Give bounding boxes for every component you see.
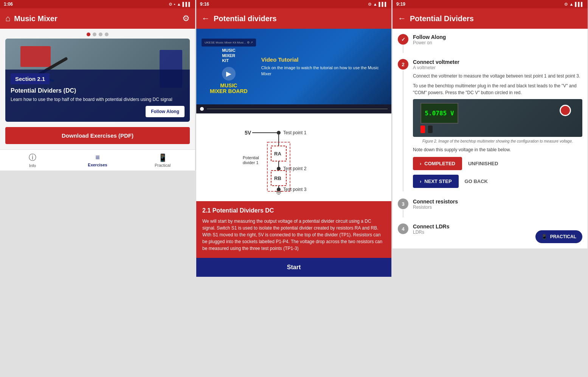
progress-line (207, 109, 388, 109)
potential-divider-label: Potential (243, 155, 259, 160)
status-bar-2: 9:16 ⚙ ▲ ▌▌▌ (196, 0, 391, 8)
step-line-3 (403, 210, 403, 217)
gear-icon: ⚙ (169, 2, 172, 7)
exercises-icon: ≡ (95, 153, 100, 162)
dot-2[interactable] (93, 33, 96, 36)
follow-along-button[interactable]: Follow Along (146, 106, 185, 117)
carousel-dots (0, 29, 195, 39)
step-title-3: Connect resistors (413, 199, 582, 205)
multimeter-circle (560, 105, 571, 116)
unfinished-label[interactable]: UNFINISHED (468, 161, 498, 166)
step-content-3: Connect resistors Resistors (413, 199, 582, 212)
status-icons-1: ⚙ • ▲ ▌▌▌ (169, 2, 191, 7)
section-info-title: 2.1 Potential Dividers DC (202, 207, 385, 214)
chevron-icon-2: › (420, 178, 421, 184)
step-desc-2b: To use the benchtop multimeter plug in t… (413, 82, 582, 96)
app-title-3: Potential Dividers (410, 14, 582, 23)
dot-4[interactable] (105, 33, 109, 36)
nav-item-info[interactable]: ⓘ Info (0, 150, 65, 171)
dot-3[interactable] (99, 33, 102, 36)
dot-icon: • (174, 2, 175, 6)
ra-label: RA (274, 151, 281, 157)
action-buttons-row2: › NEXT STEP GO BACK (413, 175, 582, 188)
svg-point-5 (277, 167, 281, 171)
next-step-label: NEXT STEP (424, 178, 451, 184)
step-circle-3: 3 (398, 199, 408, 209)
video-top-text: UKESE Music Mixer Kit Musi... ⚙ ↗ (205, 41, 253, 44)
video-thumbnail[interactable]: UKESE Music Mixer Kit Musi... ⚙ ↗ MUSICM… (196, 29, 391, 104)
step-title-2: Connect voltmeter (413, 59, 582, 65)
wifi-icon-3: ▲ (569, 2, 574, 6)
practical-button[interactable]: 📱 PRACTICAL (535, 230, 582, 243)
video-right-panel: Video Tutorial Click on the image to wat… (261, 56, 386, 77)
status-icons-2: ⚙ ▲ ▌▌▌ (368, 2, 388, 7)
download-exercises-button[interactable]: Download Exercises (PDF) (5, 127, 190, 144)
step-circle-4: 4 (398, 223, 408, 234)
hero-title: Potential Dividers (DC) (11, 87, 185, 94)
test-point-1-label: Test point 1 (283, 130, 307, 135)
settings-icon[interactable]: ⚙ (182, 14, 190, 23)
info-icon: ⓘ (29, 152, 36, 163)
section-label: Section 2.1 (11, 73, 50, 84)
back-icon-3[interactable]: ← (398, 14, 406, 23)
step-2: 2 Connect voltmeter A voltmeter Connect … (398, 59, 582, 192)
nav-item-practical[interactable]: 📱 Practical (130, 150, 195, 171)
app-bar-1: ⌂ Music Mixer ⚙ (0, 8, 195, 29)
status-time-3: 9:19 (396, 2, 405, 7)
app-title-2: Potential dividers (214, 14, 386, 23)
gear-icon-3: ⚙ (564, 2, 568, 7)
screen2-body: UKESE Music Mixer Kit Musi... ⚙ ↗ MUSICM… (196, 29, 391, 277)
dot-1[interactable] (87, 33, 90, 36)
circuit-svg: 5V Test point 1 RA Test point 2 RB (241, 119, 347, 195)
nav-label-exercises: Exercises (88, 163, 107, 167)
status-icons-3: ⚙ ▲ ▌▌▌ (564, 2, 584, 7)
video-controls-bar (196, 104, 391, 113)
note-text: Note down this supply voltage in the tab… (413, 147, 582, 152)
step-content-1: Follow Along Power on (413, 34, 582, 48)
step-title-4: Connect LDRs (413, 223, 582, 230)
status-time-1: 1:06 (4, 2, 13, 7)
step-subtitle-3: Resistors (413, 205, 582, 210)
nav-item-exercises[interactable]: ≡ Exercises (65, 150, 130, 171)
video-left-panel: UKESE Music Mixer Kit Musi... ⚙ ↗ MUSICM… (202, 39, 256, 94)
step-subtitle-2: A voltmeter (413, 65, 582, 70)
gear-icon-2: ⚙ (368, 2, 372, 7)
multimeter-screen: 5.0785 V (420, 103, 458, 124)
wifi-icon-2: ▲ (373, 2, 377, 6)
screen-1: 1:06 ⚙ • ▲ ▌▌▌ ⌂ Music Mixer ⚙ (0, 0, 195, 171)
multimeter-image: 5.0785 V (413, 99, 582, 137)
multimeter-caption: Figure 2. Image of the benchtop multimet… (413, 139, 582, 143)
svg-point-8 (277, 188, 281, 191)
bottom-nav: ⓘ Info ≡ Exercises 📱 Practical (0, 149, 195, 171)
next-step-button[interactable]: › NEXT STEP (413, 175, 459, 188)
hero-description: Learn how to use the top half of the boa… (11, 96, 185, 103)
black-connector (428, 126, 433, 133)
play-icon[interactable]: ▶ (222, 67, 236, 81)
step-title-1: Follow Along (413, 34, 582, 40)
start-button[interactable]: Start (196, 258, 391, 277)
step-1: ✓ Follow Along Power on (398, 34, 582, 53)
voltage-label: 5V (245, 130, 251, 136)
screen3-body: ✓ Follow Along Power on 2 Connect voltme… (393, 29, 588, 248)
rb-label: RB (274, 175, 281, 181)
step-subtitle-1: Power on (413, 40, 582, 45)
app-bar-3: ← Potential Dividers (393, 8, 588, 29)
step-indicator-4: 4 (398, 223, 408, 234)
back-icon-2[interactable]: ← (202, 14, 210, 23)
step-3: 3 Connect resistors Resistors (398, 199, 582, 217)
step-indicator-3: 3 (398, 199, 408, 217)
step-line-1 (403, 45, 403, 53)
step-indicator-1: ✓ (398, 34, 408, 53)
screen-3: 9:19 ⚙ ▲ ▌▌▌ ← Potential Dividers ✓ Foll… (393, 0, 588, 248)
status-bar-3: 9:19 ⚙ ▲ ▌▌▌ (393, 0, 588, 8)
practical-icon: 📱 (158, 153, 168, 162)
video-kit-label: MUSICMIXERKIT (222, 48, 235, 63)
home-icon[interactable]: ⌂ (5, 14, 10, 23)
go-back-label[interactable]: GO BACK (465, 178, 488, 184)
phone-icon: 📱 (541, 234, 547, 239)
completed-button[interactable]: › COMPLETED (413, 157, 462, 170)
signal-icon-2: ▌▌▌ (379, 2, 388, 6)
video-mixer-board-label: MUSICMIXER BOARD (210, 83, 248, 95)
wifi-icon: ▲ (177, 2, 181, 6)
circuit-diagram: 5V Test point 1 RA Test point 2 RB (196, 113, 391, 201)
